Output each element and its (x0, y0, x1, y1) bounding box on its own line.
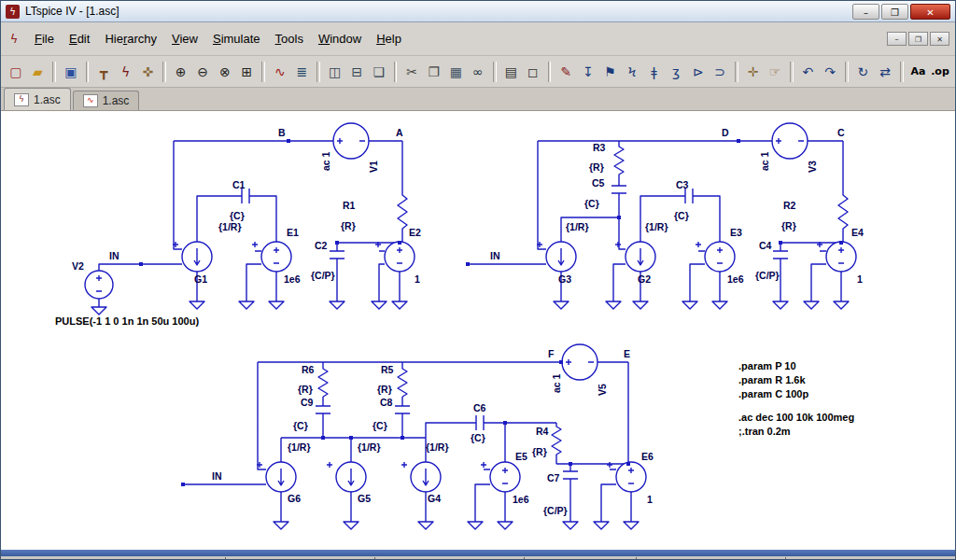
component-R2[interactable] (838, 141, 848, 243)
schematic-label[interactable]: {R} (781, 220, 796, 231)
tile-horizontal-button[interactable]: ⊟ (345, 61, 368, 83)
schematic-label[interactable]: 1 (647, 494, 653, 505)
cut-button[interactable]: ✂ (401, 61, 423, 83)
control-panel-button[interactable]: ┳ (92, 61, 115, 83)
diode-button[interactable]: ⊳ (687, 61, 710, 83)
waveform-button[interactable]: ∿ (269, 61, 291, 83)
schematic-label[interactable]: G2 (638, 273, 651, 285)
component-R1[interactable] (398, 141, 407, 243)
schematic-label[interactable]: PULSE(-1 1 0 1n 1n 50u 100u) (55, 315, 199, 327)
schematic-label[interactable]: C6 (473, 402, 486, 413)
schematic-label[interactable]: {C} (674, 210, 689, 221)
schematic-label[interactable]: E5 (515, 451, 527, 462)
component-R5[interactable] (398, 362, 407, 397)
find-button[interactable]: ∞ (467, 61, 489, 83)
component-R6[interactable] (318, 362, 328, 397)
new-schematic-button[interactable]: ▢ (5, 61, 27, 83)
mdi-close-button[interactable]: ✕ (930, 32, 949, 46)
mdi-minimize-button[interactable]: – (887, 32, 907, 46)
component-C6[interactable] (476, 415, 484, 430)
component-G5[interactable] (336, 462, 366, 492)
spice-directive-button[interactable]: .op (929, 61, 951, 83)
schematic-label[interactable]: E6 (641, 451, 654, 462)
schematic-label[interactable]: {R} (377, 384, 392, 395)
schematic-label[interactable]: {1/R} (218, 221, 242, 232)
component-G4[interactable] (411, 462, 441, 492)
menu-hierarchy[interactable]: Hierarchy (97, 29, 164, 49)
schematic-label[interactable]: C (837, 127, 845, 138)
schematic-label[interactable]: G6 (288, 493, 301, 504)
schematic-label[interactable]: V2 (72, 260, 84, 272)
schematic-label[interactable]: {1/R} (566, 221, 589, 232)
schematic-label[interactable]: {1/R} (288, 441, 311, 453)
resistor-button[interactable]: Ϟ (621, 61, 643, 83)
tile-vertical-button[interactable]: ◫ (324, 61, 346, 83)
schematic-label[interactable]: 1 (857, 273, 863, 285)
schematic-canvas[interactable]: BAac 1V1C1{C}{1/R}R1{R}G1E11e6C2{C/P}E21… (1, 111, 955, 550)
schematic-label[interactable]: {R} (298, 384, 313, 395)
component-E3[interactable] (705, 242, 735, 272)
menu-simulate[interactable]: Simulate (205, 29, 268, 49)
component-V5[interactable] (562, 344, 598, 380)
schematic-label[interactable]: .param C 100p (738, 388, 808, 399)
run-button[interactable]: ϟ (115, 61, 137, 83)
schematic-label[interactable]: {C/P} (755, 270, 780, 281)
print-button[interactable]: ▤ (500, 61, 523, 83)
print-preview-button[interactable]: ◻ (522, 61, 544, 83)
schematic-label[interactable]: ;.tran 0.2m (738, 426, 791, 437)
save-button[interactable]: ▣ (60, 61, 82, 83)
schematic-label[interactable]: R1 (343, 200, 356, 211)
component-R4[interactable] (552, 423, 561, 464)
schematic-label[interactable]: ac 1 (759, 151, 770, 171)
schematic-label[interactable]: R6 (302, 364, 315, 375)
open-button[interactable]: ▰ (27, 61, 49, 83)
component-G1[interactable] (182, 242, 212, 272)
schematic-label[interactable]: C3 (676, 179, 689, 190)
text-button[interactable]: Aa (907, 61, 930, 83)
maximize-button[interactable]: ❐ (881, 4, 908, 20)
component-button[interactable]: ⊃ (709, 61, 731, 83)
minimize-button[interactable]: – (852, 4, 879, 20)
menu-edit[interactable]: Edit (62, 29, 97, 49)
schematic-labels[interactable]: BAac 1V1C1{C}{1/R}R1{R}G1E11e6C2{C/P}E21… (55, 127, 864, 516)
schematic-label[interactable]: {1/R} (645, 221, 668, 232)
schematic-label[interactable]: C9 (301, 397, 314, 408)
tab-waveform-1.asc[interactable]: ∿1.asc (73, 91, 140, 110)
component-G6[interactable] (266, 462, 296, 492)
schematic-label[interactable]: C8 (380, 397, 393, 408)
schematic-label[interactable]: G4 (428, 493, 441, 504)
menu-tools[interactable]: Tools (268, 29, 311, 49)
wire-button[interactable]: ✎ (555, 61, 577, 83)
component-E2[interactable] (385, 242, 415, 272)
inductor-button[interactable]: ʒ (665, 61, 687, 83)
wires-circuit1[interactable] (99, 141, 402, 307)
schematic-label[interactable]: .param R 1.6k (738, 374, 806, 385)
schematic-label[interactable]: {C/P} (543, 505, 568, 516)
schematic-label[interactable]: B (278, 127, 286, 138)
menu-file[interactable]: File (27, 29, 62, 49)
schematic-label[interactable]: IN (490, 250, 500, 261)
schematic-label[interactable]: {1/R} (358, 441, 381, 453)
menu-view[interactable]: View (164, 29, 205, 49)
schematic-label[interactable]: IN (109, 250, 120, 261)
schematic-svg[interactable]: BAac 1V1C1{C}{1/R}R1{R}G1E11e6C2{C/P}E21… (1, 111, 956, 550)
schematic-label[interactable]: 1 (415, 273, 420, 285)
pan-button[interactable]: ✜ (136, 61, 159, 83)
schematic-label[interactable]: 1e6 (727, 273, 744, 285)
schematic-label[interactable]: E2 (409, 227, 421, 238)
mdi-restore-button[interactable]: ❐ (908, 32, 928, 46)
mirror-button[interactable]: ⇄ (874, 61, 896, 83)
component-C8[interactable] (395, 397, 410, 438)
schematic-label[interactable]: .ac dec 100 10k 100meg (738, 412, 854, 423)
schematic-label[interactable]: {C} (373, 420, 387, 431)
capacitor-button[interactable]: ǂ (643, 61, 666, 83)
schematic-label[interactable]: {1/R} (426, 441, 449, 453)
drag-button[interactable]: ☞ (764, 61, 786, 83)
schematic-label[interactable]: C7 (547, 472, 560, 483)
component-V2[interactable] (85, 271, 113, 299)
schematic-label[interactable]: R2 (783, 200, 796, 211)
menu-help[interactable]: Help (369, 29, 409, 49)
schematic-label[interactable]: V3 (807, 161, 818, 173)
schematic-label[interactable]: C4 (759, 240, 772, 251)
schematic-label[interactable]: .param P 10 (738, 360, 796, 371)
